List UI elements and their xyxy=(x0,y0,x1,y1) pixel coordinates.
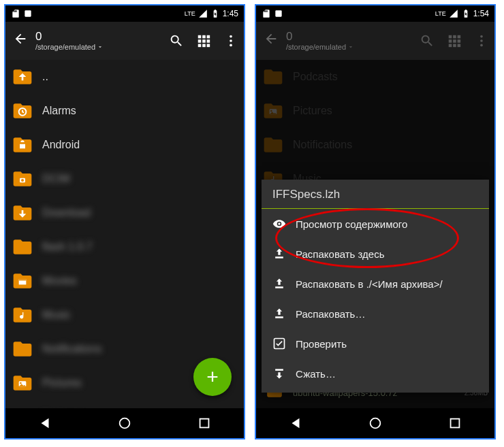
nav-home-icon[interactable] xyxy=(117,416,132,431)
svg-rect-6 xyxy=(207,39,210,43)
list-item[interactable]: DCIM xyxy=(5,162,244,196)
file-name: Download xyxy=(42,207,233,219)
svg-rect-3 xyxy=(207,35,210,39)
svg-rect-2 xyxy=(202,35,206,39)
lte-label: LTE xyxy=(435,10,446,17)
svg-point-12 xyxy=(230,44,232,47)
context-menu-item[interactable]: Просмотр содержимого xyxy=(262,209,489,239)
menu-item-label: Распаковать… xyxy=(296,308,365,320)
more-icon[interactable] xyxy=(223,33,238,48)
path-short: 0 xyxy=(286,31,415,44)
context-menu: IFFSpecs.lzh Просмотр содержимогоРаспако… xyxy=(262,180,489,393)
context-menu-item[interactable]: Проверить xyxy=(262,329,489,359)
nav-recent-icon[interactable] xyxy=(447,416,462,431)
svg-rect-43 xyxy=(450,419,459,428)
menu-item-label: Сжать… xyxy=(296,368,336,380)
context-menu-item[interactable]: Распаковать… xyxy=(262,299,489,329)
signal-icon xyxy=(198,9,208,18)
phone-right: LTE 1:54 0 /storage/emulated PodcastsPic… xyxy=(255,4,496,440)
svg-point-11 xyxy=(230,39,232,42)
folder-icon xyxy=(10,133,35,156)
breadcrumb: 0 /storage/emulated xyxy=(281,31,415,52)
clock-label: 1:45 xyxy=(223,9,238,18)
svg-rect-41 xyxy=(275,369,283,371)
svg-rect-26 xyxy=(449,39,452,43)
folder-icon xyxy=(10,269,35,293)
extract-to-icon xyxy=(272,307,286,320)
clock-label: 1:54 xyxy=(473,9,489,18)
svg-rect-7 xyxy=(198,44,202,48)
svg-rect-17 xyxy=(19,279,27,280)
back-button xyxy=(262,31,281,50)
svg-point-34 xyxy=(480,44,483,47)
list-item[interactable]: Android xyxy=(5,128,244,162)
svg-rect-28 xyxy=(458,39,461,43)
svg-point-42 xyxy=(371,418,381,429)
eye-icon xyxy=(272,217,286,231)
file-name: flash 1.0.7 xyxy=(42,241,233,253)
folder-icon xyxy=(10,201,35,225)
context-menu-item[interactable]: Сжать… xyxy=(262,359,489,388)
status-bar: LTE 1:54 xyxy=(256,5,494,22)
dropdown-icon xyxy=(97,44,104,50)
svg-rect-5 xyxy=(202,39,206,43)
search-icon[interactable] xyxy=(169,33,184,48)
path-full: /storage/emulated xyxy=(35,43,95,51)
more-icon xyxy=(474,33,489,48)
folder-icon xyxy=(10,337,35,361)
svg-point-33 xyxy=(480,39,483,42)
list-item[interactable]: Podcasts xyxy=(5,400,244,408)
folder-icon xyxy=(10,303,35,327)
svg-rect-25 xyxy=(458,35,461,39)
svg-rect-30 xyxy=(453,44,456,48)
file-list[interactable]: ..AlarmsAndroidDCIMDownloadflash 1.0.7Mo… xyxy=(5,60,244,408)
app-bar: 0 /storage/emulated xyxy=(5,22,244,60)
nav-home-icon[interactable] xyxy=(368,416,383,431)
sd-card-icon xyxy=(262,9,271,18)
list-item[interactable]: .. xyxy=(5,60,244,94)
sd-card-icon xyxy=(11,9,20,18)
folder-icon xyxy=(10,65,35,88)
context-menu-item[interactable]: Распаковать в ./<Имя архива>/ xyxy=(262,269,489,299)
nav-back-icon[interactable] xyxy=(288,416,303,431)
menu-item-label: Распаковать здесь xyxy=(296,248,385,260)
nav-recent-icon[interactable] xyxy=(197,416,212,431)
menu-item-label: Просмотр содержимого xyxy=(296,218,407,230)
grid-view-icon[interactable] xyxy=(196,33,211,48)
svg-rect-9 xyxy=(207,44,210,48)
dropdown-icon xyxy=(347,44,354,50)
phone-left: LTE 1:45 0 /storage/emulated ..AlarmsAnd… xyxy=(4,4,245,440)
svg-rect-29 xyxy=(449,44,452,48)
file-name: Notifications xyxy=(42,343,233,355)
lte-label: LTE xyxy=(185,10,195,17)
list-item[interactable]: Movies xyxy=(5,264,244,298)
list-item[interactable]: Alarms xyxy=(5,94,244,128)
compress-icon xyxy=(272,367,286,380)
list-item[interactable]: flash 1.0.7 xyxy=(5,230,244,264)
notif-icon xyxy=(274,9,283,18)
list-item[interactable]: Download xyxy=(5,196,244,230)
fab-add[interactable]: + xyxy=(193,358,232,396)
path-full: /storage/emulated xyxy=(286,43,346,51)
context-menu-item[interactable]: Распаковать здесь xyxy=(262,239,489,269)
plus-icon: + xyxy=(206,365,219,388)
signal-icon xyxy=(449,9,458,18)
nav-back-icon[interactable] xyxy=(37,416,52,431)
svg-point-20 xyxy=(120,418,130,429)
svg-rect-39 xyxy=(275,316,283,318)
breadcrumb[interactable]: 0 /storage/emulated xyxy=(30,31,165,52)
back-button[interactable] xyxy=(11,31,30,50)
arrow-left-icon xyxy=(264,31,279,46)
folder-icon xyxy=(10,405,35,408)
battery-icon xyxy=(461,9,471,18)
folder-icon xyxy=(10,235,35,259)
folder-icon xyxy=(10,167,35,191)
svg-point-10 xyxy=(230,35,232,38)
list-item[interactable]: Music xyxy=(5,298,244,332)
menu-item-label: Проверить xyxy=(296,338,347,350)
svg-rect-8 xyxy=(202,44,206,48)
folder-icon xyxy=(10,371,35,395)
file-name: Movies xyxy=(42,275,233,287)
svg-rect-24 xyxy=(453,35,456,39)
svg-rect-27 xyxy=(453,39,456,43)
